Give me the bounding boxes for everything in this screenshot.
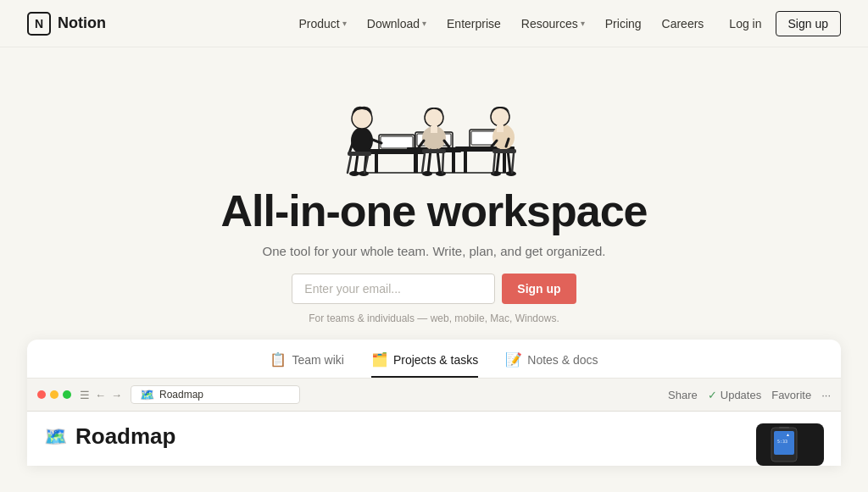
address-bar[interactable]: 🗺️ Roadmap: [131, 385, 300, 404]
page-title-area: 🗺️ Roadmap: [44, 423, 743, 453]
signup-button-nav[interactable]: Sign up: [776, 11, 841, 36]
page-content: 🗺️ Roadmap 5:33 ▲: [27, 412, 841, 466]
chevron-down-icon: ▾: [581, 19, 585, 28]
svg-rect-33: [422, 149, 446, 153]
more-icon: ···: [821, 389, 831, 401]
svg-line-48: [508, 150, 510, 173]
logo-link[interactable]: N Notion: [27, 12, 106, 36]
svg-text:5:33: 5:33: [777, 439, 787, 444]
hero-illustration: [273, 56, 595, 187]
browser-forward-icon[interactable]: →: [111, 389, 122, 401]
svg-line-34: [422, 153, 425, 173]
traffic-light-maximize[interactable]: [63, 390, 71, 399]
svg-line-35: [442, 153, 443, 173]
nav-item-resources[interactable]: Resources ▾: [513, 12, 593, 36]
phone-mockup: 5:33 ▲: [756, 423, 824, 466]
email-form: Sign up: [292, 274, 576, 304]
form-note: For teams & individuals — web, mobile, M…: [309, 312, 559, 324]
product-section: 📋 Team wiki 🗂️ Projects & tasks 📝 Notes …: [27, 340, 841, 466]
logo-name: Notion: [58, 14, 106, 32]
navbar: N Notion Product ▾ Download ▾ Enterprise…: [0, 0, 868, 47]
browser-controls: ☰ ← →: [80, 389, 122, 401]
svg-rect-38: [503, 152, 506, 173]
product-tabs: 📋 Team wiki 🗂️ Projects & tasks 📝 Notes …: [27, 340, 841, 379]
address-text: Roadmap: [159, 389, 203, 401]
tab-team-wiki[interactable]: 📋 Team wiki: [270, 351, 343, 378]
tab-wiki-label: Team wiki: [292, 353, 343, 367]
nav-links: Product ▾ Download ▾ Enterprise Resource…: [291, 12, 713, 36]
traffic-light-minimize[interactable]: [50, 390, 58, 399]
traffic-lights: [37, 390, 71, 399]
nav-item-product[interactable]: Product ▾: [291, 12, 355, 36]
page-emoji: 🗺️: [44, 426, 67, 448]
share-button[interactable]: Share: [668, 389, 698, 401]
signup-button-hero[interactable]: Sign up: [502, 274, 576, 304]
tab-notes-label: Notes & docs: [527, 353, 598, 367]
nav-item-pricing[interactable]: Pricing: [597, 12, 650, 36]
svg-line-29: [428, 150, 431, 173]
check-icon: ✓: [708, 389, 717, 401]
svg-point-49: [491, 171, 501, 176]
svg-point-25: [425, 108, 443, 127]
nav-item-enterprise[interactable]: Enterprise: [438, 12, 509, 36]
hero-title: All-in-one workspace: [221, 187, 648, 235]
tab-projects-icon: 🗂️: [371, 351, 388, 368]
svg-line-11: [355, 154, 358, 173]
svg-point-43: [491, 108, 509, 126]
svg-point-32: [436, 171, 446, 176]
chevron-down-icon: ▾: [342, 19, 347, 28]
nav-item-download[interactable]: Download ▾: [359, 12, 435, 36]
svg-line-52: [493, 153, 495, 173]
updates-label: Updates: [721, 389, 761, 401]
tab-notes-docs[interactable]: 📝 Notes & docs: [505, 351, 598, 378]
favorite-button[interactable]: Favorite: [771, 389, 811, 401]
nav-item-careers[interactable]: Careers: [654, 12, 713, 36]
email-input[interactable]: [292, 274, 495, 304]
tab-wiki-icon: 📋: [270, 351, 287, 368]
tab-projects-label: Projects & tasks: [393, 353, 478, 367]
page-title: Roadmap: [75, 423, 175, 450]
svg-line-30: [437, 150, 440, 173]
browser-actions: Share ✓ Updates Favorite ···: [668, 389, 831, 401]
svg-rect-37: [464, 152, 467, 173]
traffic-light-close[interactable]: [37, 390, 46, 399]
share-label: Share: [668, 389, 698, 401]
svg-rect-56: [779, 427, 789, 428]
page-title-row: 🗺️ Roadmap: [44, 423, 743, 450]
browser-menu-icon[interactable]: ☰: [80, 389, 90, 401]
tab-notes-icon: 📝: [505, 351, 522, 368]
svg-rect-44: [497, 125, 504, 132]
svg-point-13: [349, 171, 359, 176]
svg-text:▲: ▲: [786, 432, 790, 437]
hero-section: All-in-one workspace One tool for your w…: [0, 47, 868, 324]
logo-icon: N: [27, 12, 51, 36]
nav-auth: Log in Sign up: [719, 11, 841, 36]
svg-line-47: [497, 150, 499, 173]
svg-rect-51: [492, 149, 516, 153]
more-button[interactable]: ···: [821, 389, 831, 401]
svg-point-8: [352, 108, 372, 129]
svg-rect-5: [381, 136, 413, 148]
favorite-label: Favorite: [771, 389, 811, 401]
svg-rect-26: [431, 126, 437, 133]
browser-chrome: ☰ ← → 🗺️ Roadmap Share ✓ Updates Favorit…: [27, 379, 841, 412]
svg-rect-2: [375, 154, 378, 173]
svg-rect-19: [415, 152, 418, 173]
svg-line-16: [348, 156, 351, 173]
svg-rect-20: [452, 152, 455, 173]
tab-projects-tasks[interactable]: 🗂️ Projects & tasks: [371, 351, 478, 378]
phone-illustration: 5:33 ▲: [767, 426, 814, 463]
updates-button[interactable]: ✓ Updates: [708, 389, 761, 401]
svg-point-31: [422, 171, 432, 176]
login-button[interactable]: Log in: [719, 12, 771, 36]
browser-back-icon[interactable]: ←: [95, 389, 106, 401]
hero-subtitle: One tool for your whole team. Write, pla…: [263, 244, 606, 258]
chevron-down-icon: ▾: [422, 19, 426, 28]
svg-line-53: [512, 153, 514, 173]
